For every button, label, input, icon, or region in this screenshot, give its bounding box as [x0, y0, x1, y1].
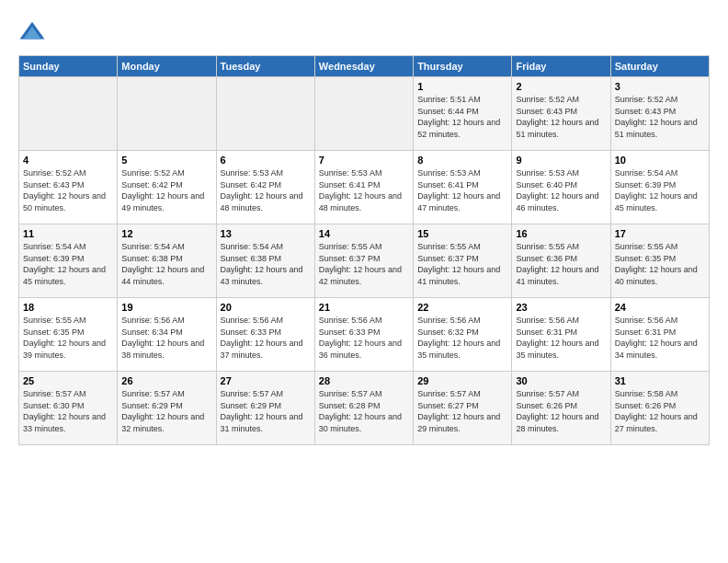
day-header-saturday: Saturday	[610, 56, 709, 77]
day-header-sunday: Sunday	[19, 56, 118, 77]
calendar-cell: 27Sunrise: 5:57 AMSunset: 6:29 PMDayligh…	[216, 372, 314, 445]
day-number: 19	[121, 302, 211, 313]
day-number: 21	[319, 302, 409, 313]
week-row-1: 1Sunrise: 5:51 AMSunset: 6:44 PMDaylight…	[19, 77, 710, 151]
cell-info: Sunrise: 5:55 AMSunset: 6:37 PMDaylight:…	[417, 241, 507, 287]
calendar-cell: 28Sunrise: 5:57 AMSunset: 6:28 PMDayligh…	[314, 372, 413, 445]
day-number: 8	[417, 155, 507, 166]
calendar-cell: 2Sunrise: 5:52 AMSunset: 6:43 PMDaylight…	[512, 77, 610, 151]
calendar-cell: 26Sunrise: 5:57 AMSunset: 6:29 PMDayligh…	[118, 372, 216, 445]
cell-info: Sunrise: 5:53 AMSunset: 6:41 PMDaylight:…	[417, 167, 507, 213]
calendar-cell: 8Sunrise: 5:53 AMSunset: 6:41 PMDaylight…	[414, 151, 512, 224]
day-number: 27	[221, 375, 311, 386]
day-number: 13	[221, 228, 311, 239]
cell-info: Sunrise: 5:58 AMSunset: 6:26 PMDaylight:…	[615, 388, 705, 434]
cell-info: Sunrise: 5:56 AMSunset: 6:33 PMDaylight:…	[319, 315, 409, 361]
calendar-cell: 29Sunrise: 5:57 AMSunset: 6:27 PMDayligh…	[414, 372, 512, 445]
cell-info: Sunrise: 5:55 AMSunset: 6:35 PMDaylight:…	[615, 241, 705, 287]
day-number: 17	[615, 228, 705, 239]
week-row-2: 4Sunrise: 5:52 AMSunset: 6:43 PMDaylight…	[19, 151, 710, 224]
calendar-cell: 13Sunrise: 5:54 AMSunset: 6:38 PMDayligh…	[216, 224, 314, 298]
calendar-cell: 6Sunrise: 5:53 AMSunset: 6:42 PMDaylight…	[216, 151, 314, 224]
calendar-cell: 30Sunrise: 5:57 AMSunset: 6:26 PMDayligh…	[512, 372, 610, 445]
day-number: 12	[121, 228, 211, 239]
day-number: 2	[516, 81, 606, 92]
page-header	[18, 18, 710, 46]
cell-info: Sunrise: 5:56 AMSunset: 6:33 PMDaylight:…	[221, 315, 311, 361]
day-number: 7	[319, 155, 409, 166]
calendar-cell: 7Sunrise: 5:53 AMSunset: 6:41 PMDaylight…	[314, 151, 413, 224]
week-row-4: 18Sunrise: 5:55 AMSunset: 6:35 PMDayligh…	[19, 298, 710, 372]
cell-info: Sunrise: 5:55 AMSunset: 6:36 PMDaylight:…	[516, 241, 606, 287]
calendar-cell: 9Sunrise: 5:53 AMSunset: 6:40 PMDaylight…	[512, 151, 610, 224]
day-number: 25	[23, 375, 113, 386]
cell-info: Sunrise: 5:57 AMSunset: 6:30 PMDaylight:…	[23, 388, 113, 434]
day-number: 1	[417, 81, 507, 92]
cell-info: Sunrise: 5:56 AMSunset: 6:31 PMDaylight:…	[615, 315, 705, 361]
calendar-cell: 22Sunrise: 5:56 AMSunset: 6:32 PMDayligh…	[414, 298, 512, 372]
cell-info: Sunrise: 5:53 AMSunset: 6:40 PMDaylight:…	[516, 167, 606, 213]
cell-info: Sunrise: 5:54 AMSunset: 6:38 PMDaylight:…	[221, 241, 311, 287]
day-number: 14	[319, 228, 409, 239]
cell-info: Sunrise: 5:56 AMSunset: 6:31 PMDaylight:…	[516, 315, 606, 361]
day-number: 18	[23, 302, 113, 313]
cell-info: Sunrise: 5:56 AMSunset: 6:32 PMDaylight:…	[417, 315, 507, 361]
day-header-tuesday: Tuesday	[216, 56, 314, 77]
cell-info: Sunrise: 5:55 AMSunset: 6:37 PMDaylight:…	[319, 241, 409, 287]
cell-info: Sunrise: 5:54 AMSunset: 6:39 PMDaylight:…	[615, 167, 705, 213]
day-number: 5	[121, 155, 211, 166]
day-header-monday: Monday	[118, 56, 216, 77]
cell-info: Sunrise: 5:54 AMSunset: 6:38 PMDaylight:…	[121, 241, 211, 287]
calendar-cell: 31Sunrise: 5:58 AMSunset: 6:26 PMDayligh…	[610, 372, 709, 445]
day-header-thursday: Thursday	[414, 56, 512, 77]
calendar-cell: 14Sunrise: 5:55 AMSunset: 6:37 PMDayligh…	[314, 224, 413, 298]
day-header-friday: Friday	[512, 56, 610, 77]
day-number: 3	[615, 81, 705, 92]
day-number: 26	[121, 375, 211, 386]
calendar-cell: 10Sunrise: 5:54 AMSunset: 6:39 PMDayligh…	[610, 151, 709, 224]
cell-info: Sunrise: 5:52 AMSunset: 6:42 PMDaylight:…	[121, 167, 211, 213]
calendar-cell	[19, 77, 118, 151]
calendar-cell: 16Sunrise: 5:55 AMSunset: 6:36 PMDayligh…	[512, 224, 610, 298]
calendar-cell: 20Sunrise: 5:56 AMSunset: 6:33 PMDayligh…	[216, 298, 314, 372]
cell-info: Sunrise: 5:51 AMSunset: 6:44 PMDaylight:…	[417, 94, 507, 140]
cell-info: Sunrise: 5:57 AMSunset: 6:28 PMDaylight:…	[319, 388, 409, 434]
calendar-cell: 11Sunrise: 5:54 AMSunset: 6:39 PMDayligh…	[19, 224, 118, 298]
calendar-cell: 19Sunrise: 5:56 AMSunset: 6:34 PMDayligh…	[118, 298, 216, 372]
day-number: 30	[516, 375, 606, 386]
day-number: 31	[615, 375, 705, 386]
cell-info: Sunrise: 5:57 AMSunset: 6:29 PMDaylight:…	[121, 388, 211, 434]
cell-info: Sunrise: 5:57 AMSunset: 6:26 PMDaylight:…	[516, 388, 606, 434]
day-number: 11	[23, 228, 113, 239]
calendar-cell: 21Sunrise: 5:56 AMSunset: 6:33 PMDayligh…	[314, 298, 413, 372]
cell-info: Sunrise: 5:52 AMSunset: 6:43 PMDaylight:…	[615, 94, 705, 140]
cell-info: Sunrise: 5:54 AMSunset: 6:39 PMDaylight:…	[23, 241, 113, 287]
day-number: 10	[615, 155, 705, 166]
cell-info: Sunrise: 5:53 AMSunset: 6:41 PMDaylight:…	[319, 167, 409, 213]
day-header-wednesday: Wednesday	[314, 56, 413, 77]
week-row-3: 11Sunrise: 5:54 AMSunset: 6:39 PMDayligh…	[19, 224, 710, 298]
day-number: 9	[516, 155, 606, 166]
calendar-cell: 1Sunrise: 5:51 AMSunset: 6:44 PMDaylight…	[414, 77, 512, 151]
week-row-5: 25Sunrise: 5:57 AMSunset: 6:30 PMDayligh…	[19, 372, 710, 445]
cell-info: Sunrise: 5:56 AMSunset: 6:34 PMDaylight:…	[121, 315, 211, 361]
header-row: SundayMondayTuesdayWednesdayThursdayFrid…	[19, 56, 710, 77]
calendar-cell: 17Sunrise: 5:55 AMSunset: 6:35 PMDayligh…	[610, 224, 709, 298]
calendar-cell: 24Sunrise: 5:56 AMSunset: 6:31 PMDayligh…	[610, 298, 709, 372]
calendar-cell: 18Sunrise: 5:55 AMSunset: 6:35 PMDayligh…	[19, 298, 118, 372]
logo-icon	[18, 18, 46, 46]
calendar-cell	[216, 77, 314, 151]
cell-info: Sunrise: 5:57 AMSunset: 6:27 PMDaylight:…	[417, 388, 507, 434]
cell-info: Sunrise: 5:53 AMSunset: 6:42 PMDaylight:…	[221, 167, 311, 213]
cell-info: Sunrise: 5:55 AMSunset: 6:35 PMDaylight:…	[23, 315, 113, 361]
calendar-table: SundayMondayTuesdayWednesdayThursdayFrid…	[18, 55, 710, 445]
calendar-cell: 25Sunrise: 5:57 AMSunset: 6:30 PMDayligh…	[19, 372, 118, 445]
day-number: 22	[417, 302, 507, 313]
calendar-cell	[314, 77, 413, 151]
calendar-cell	[118, 77, 216, 151]
day-number: 6	[221, 155, 311, 166]
day-number: 20	[221, 302, 311, 313]
cell-info: Sunrise: 5:57 AMSunset: 6:29 PMDaylight:…	[221, 388, 311, 434]
day-number: 4	[23, 155, 113, 166]
day-number: 23	[516, 302, 606, 313]
